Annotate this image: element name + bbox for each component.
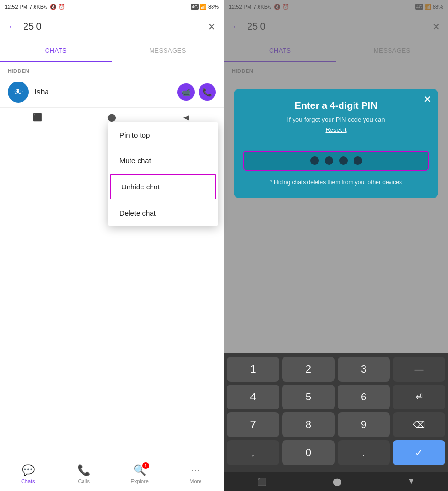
key-period[interactable]: .: [338, 440, 390, 465]
key-5[interactable]: 5: [282, 385, 334, 409]
left-header: ← 25|0 ✕: [0, 13, 224, 40]
left-panel: 12:52 PM 7.6KB/s 🔇 ⏰ 4G 📶 88% ← 25|0 ✕ C…: [0, 0, 224, 491]
left-time: 12:52 PM: [5, 4, 27, 10]
left-calls-icon: 📞: [77, 464, 90, 477]
key-enter[interactable]: ⏎: [393, 385, 445, 409]
left-battery: 88%: [208, 4, 219, 10]
pin-dialog-close-button[interactable]: ✕: [424, 94, 432, 105]
key-backspace[interactable]: ⌫: [393, 412, 445, 437]
left-video-icon: 📹: [181, 88, 191, 97]
key-dash[interactable]: —: [393, 357, 445, 382]
right-panel: 12:52 PM 7.6KB/s 🔇 ⏰ 4G 📶 88% ← 25|0 ✕ C…: [224, 0, 448, 491]
left-video-call-button[interactable]: 📹: [177, 83, 195, 101]
left-tabs: CHATS MESSAGES: [0, 40, 224, 62]
keyboard: 1 2 3 — 4 5 6 ⏎ 7 8 9 ⌫ , 0 . ✓: [224, 353, 448, 472]
left-android-circle[interactable]: ⬤: [107, 113, 117, 122]
right-android-back[interactable]: ▼: [407, 477, 415, 486]
left-status-bar: 12:52 PM 7.6KB/s 🔇 ⏰ 4G 📶 88%: [0, 0, 224, 13]
pin-dot-3: [339, 156, 348, 165]
left-more-icon: ···: [191, 464, 200, 477]
left-chat-item[interactable]: 👁 Isha 📹 📞: [0, 77, 224, 107]
left-android-square[interactable]: ⬛: [33, 113, 42, 122]
context-menu-mute[interactable]: Mute chat: [108, 148, 218, 173]
left-header-title: 25|0: [23, 21, 202, 32]
pin-dialog-title: Enter a 4-digit PIN: [243, 100, 429, 111]
keyboard-row-2: 4 5 6 ⏎: [227, 385, 445, 409]
context-menu-unhide[interactable]: Unhide chat: [110, 174, 216, 199]
key-9[interactable]: 9: [338, 412, 390, 437]
left-status-right: 4G 📶 88%: [191, 4, 219, 10]
left-status-left: 12:52 PM 7.6KB/s 🔇 ⏰: [5, 4, 65, 10]
right-android-circle[interactable]: ⬤: [333, 477, 342, 486]
left-avatar: 👁: [8, 82, 29, 103]
left-nav-explore[interactable]: 🔍 1 Explore: [112, 460, 168, 484]
left-android-back[interactable]: ◀: [181, 113, 191, 122]
key-comma[interactable]: ,: [227, 440, 279, 465]
pin-dot-1: [310, 156, 319, 165]
left-signal-icon: 📶: [200, 4, 207, 10]
context-menu-delete[interactable]: Delete chat: [108, 200, 218, 226]
pin-dialog-subtitle: If you forgot your PIN code you can: [243, 116, 429, 123]
left-more-label: More: [189, 479, 201, 484]
left-calls-label: Calls: [78, 479, 90, 484]
left-explore-icon: 🔍 1: [133, 464, 146, 477]
key-6[interactable]: 6: [338, 385, 390, 409]
key-2[interactable]: 2: [282, 357, 334, 382]
left-explore-label: Explore: [131, 479, 149, 484]
left-alarm-icon: ⏰: [59, 4, 65, 10]
left-phone-icon: 📞: [202, 88, 212, 97]
left-close-button[interactable]: ✕: [208, 21, 216, 33]
left-bottom-nav: 💬 Chats 📞 Calls 🔍 1 Explore ··· More: [0, 453, 224, 491]
keyboard-row-3: 7 8 9 ⌫: [227, 412, 445, 437]
key-3[interactable]: 3: [338, 357, 390, 382]
pin-note: * Hiding chats deletes them from your ot…: [243, 178, 429, 187]
left-nav-calls[interactable]: 📞 Calls: [56, 460, 112, 484]
left-chat-name: Isha: [35, 88, 172, 96]
key-7[interactable]: 7: [227, 412, 279, 437]
left-explore-badge: 1: [142, 462, 149, 469]
left-chat-actions: 📹 📞: [177, 83, 216, 101]
key-4[interactable]: 4: [227, 385, 279, 409]
left-speed: 7.6KB/s: [29, 4, 48, 10]
left-tab-messages[interactable]: MESSAGES: [112, 40, 224, 62]
keyboard-row-4: , 0 . ✓: [227, 440, 445, 465]
left-chats-icon: 💬: [22, 464, 35, 477]
pin-dot-2: [325, 156, 333, 165]
key-1[interactable]: 1: [227, 357, 279, 382]
left-call-button[interactable]: 📞: [199, 83, 216, 101]
left-nav-more[interactable]: ··· More: [168, 460, 224, 484]
right-android-nav: ⬛ ⬤ ▼: [224, 472, 448, 491]
pin-input-row[interactable]: [243, 151, 429, 171]
key-confirm[interactable]: ✓: [393, 440, 445, 465]
left-4g-icon: 4G: [191, 4, 199, 10]
context-menu-pin[interactable]: Pin to top: [108, 122, 218, 148]
left-mute-icon: 🔇: [50, 4, 57, 10]
context-menu: Pin to top Mute chat Unhide chat Delete …: [108, 122, 218, 226]
pin-dot-4: [354, 156, 362, 165]
left-section-label: HIDDEN: [0, 62, 224, 77]
left-tab-chats[interactable]: CHATS: [0, 40, 112, 62]
left-back-button[interactable]: ←: [8, 21, 17, 32]
right-android-square[interactable]: ⬛: [257, 477, 267, 486]
pin-dialog: ✕ Enter a 4-digit PIN If you forgot your…: [234, 89, 438, 198]
key-0[interactable]: 0: [282, 440, 334, 465]
key-8[interactable]: 8: [282, 412, 334, 437]
keyboard-row-1: 1 2 3 —: [227, 357, 445, 382]
left-nav-chats[interactable]: 💬 Chats: [0, 460, 56, 484]
left-chats-label: Chats: [21, 479, 35, 484]
pin-reset-link[interactable]: Reset it: [325, 126, 346, 133]
